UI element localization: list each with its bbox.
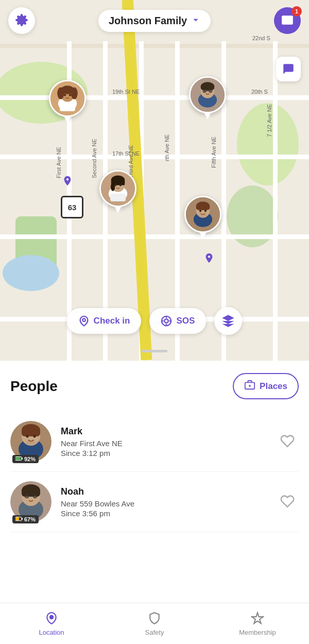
bottom-nav: Location Safety Membership — [0, 603, 309, 644]
places-icon — [244, 379, 255, 393]
avatar-pin-male1[interactable] — [189, 76, 226, 120]
chevron-down-icon — [191, 15, 200, 26]
people-title: People — [10, 378, 58, 395]
battery-icon-noah — [15, 516, 23, 522]
svg-point-44 — [119, 184, 122, 186]
map-action-buttons: Check in SOS — [0, 307, 309, 335]
person-card-noah: 67% Noah Near 559 Bowles Ave Since 3:56 … — [10, 472, 299, 532]
noah-name: Noah — [61, 486, 267, 497]
street-label-19th: 19th St NE — [112, 89, 140, 95]
svg-point-36 — [210, 90, 211, 92]
svg-rect-6 — [0, 44, 309, 48]
street-label-17th: 17th St NE — [112, 150, 140, 157]
svg-point-88 — [50, 615, 54, 619]
svg-rect-50 — [196, 204, 210, 210]
family-selector[interactable]: Johnson Family — [98, 10, 211, 32]
nav-safety[interactable]: Safety — [103, 607, 206, 640]
svg-point-83 — [26, 495, 28, 497]
safety-nav-icon — [148, 612, 161, 626]
membership-nav-icon — [251, 612, 264, 626]
svg-point-35 — [204, 90, 205, 92]
svg-point-51 — [199, 210, 201, 212]
svg-rect-74 — [22, 457, 23, 460]
people-section: People Places — [0, 361, 309, 644]
chat-button[interactable] — [276, 57, 301, 81]
avatar-pin-female2[interactable] — [99, 170, 136, 213]
nav-membership[interactable]: Membership — [206, 607, 309, 640]
heart-icon-noah — [280, 494, 295, 510]
street-label-first: First Ave NE — [56, 147, 62, 178]
svg-point-54 — [82, 318, 85, 321]
svg-point-84 — [34, 495, 36, 497]
svg-point-24 — [64, 94, 66, 96]
location-nav-icon — [45, 612, 58, 626]
mark-info: Mark Near First Ave NE Since 3:12 pm — [61, 426, 267, 457]
svg-rect-68 — [22, 428, 40, 436]
people-header: People Places — [10, 373, 299, 399]
small-location-pin-2 — [203, 252, 215, 266]
heart-icon — [280, 434, 295, 450]
places-button[interactable]: Places — [233, 373, 299, 399]
mark-battery: 92% — [12, 455, 39, 463]
noah-info: Noah Near 559 Bowles Ave Since 3:56 pm — [61, 486, 267, 518]
svg-rect-87 — [22, 518, 23, 520]
nav-location-label: Location — [39, 629, 64, 636]
mark-name: Mark — [61, 426, 267, 437]
nav-safety-label: Safety — [145, 629, 164, 636]
layers-button[interactable] — [214, 307, 242, 335]
person-card-mark: 92% Mark Near First Ave NE Since 3:12 pm — [10, 412, 299, 472]
battery-icon — [15, 456, 23, 462]
street-label-fourth: rth Ave NE — [164, 134, 170, 163]
svg-point-23 — [61, 86, 74, 94]
nav-location[interactable]: Location — [0, 607, 103, 640]
checkin-button[interactable]: Check in — [67, 308, 142, 334]
checkin-label: Check in — [94, 316, 130, 326]
svg-point-56 — [165, 319, 168, 323]
svg-rect-9 — [0, 234, 309, 239]
street-label-fifth: Fifth Ave NE — [211, 137, 217, 168]
map: 22nd S 19th St NE 20th S 17th St NE 14th… — [0, 0, 309, 361]
svg-point-5 — [3, 255, 59, 291]
street-label-second: Second Ave NE — [91, 139, 97, 178]
places-label: Places — [260, 381, 287, 392]
svg-point-69 — [26, 435, 29, 438]
svg-rect-31 — [201, 84, 214, 90]
street-label-712: 7 1/2 Ave NE — [266, 104, 272, 137]
street-label-22nd: 22nd S — [252, 35, 270, 41]
mark-favorite-button[interactable] — [276, 430, 299, 453]
svg-rect-45 — [110, 194, 126, 201]
svg-rect-86 — [16, 517, 19, 520]
noah-location: Near 559 Bowles Ave — [61, 499, 267, 508]
noah-battery: 67% — [12, 515, 39, 523]
avatar-pin-mark[interactable] — [184, 196, 221, 239]
svg-point-43 — [114, 184, 116, 186]
small-location-pin-1 — [62, 175, 73, 189]
mail-button[interactable]: 1 — [274, 7, 301, 34]
svg-rect-7 — [0, 95, 309, 100]
mail-badge: 1 — [291, 6, 302, 16]
noah-avatar-wrap: 67% — [10, 481, 52, 522]
family-name: Johnson Family — [109, 15, 187, 27]
nav-membership-label: Membership — [239, 629, 276, 636]
street-label-20th: 20th S — [251, 89, 268, 95]
gear-button[interactable] — [8, 7, 35, 34]
gear-icon — [15, 13, 28, 28]
svg-point-70 — [33, 435, 36, 438]
sos-label: SOS — [176, 316, 195, 326]
noah-since: Since 3:56 pm — [61, 509, 267, 518]
noah-favorite-button[interactable] — [276, 490, 299, 513]
svg-point-42 — [111, 182, 115, 191]
svg-point-71 — [26, 440, 36, 445]
highway-badge: 63 — [61, 196, 83, 218]
svg-rect-73 — [16, 457, 21, 460]
sos-button[interactable]: SOS — [149, 308, 206, 334]
avatar-pin-female1[interactable] — [49, 80, 86, 123]
svg-point-53 — [199, 213, 208, 217]
mark-since: Since 3:12 pm — [61, 449, 267, 457]
svg-rect-8 — [0, 155, 309, 159]
mark-battery-value: 92% — [24, 456, 36, 462]
mark-location: Near First Ave NE — [61, 439, 267, 448]
svg-rect-26 — [60, 104, 75, 111]
pull-handle — [142, 350, 167, 352]
header: Johnson Family 1 — [0, 7, 309, 34]
